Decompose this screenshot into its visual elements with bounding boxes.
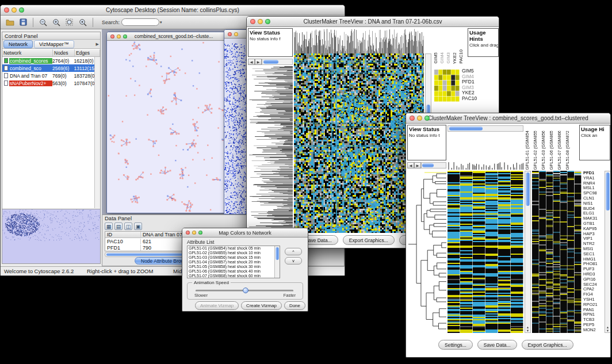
minimize-button[interactable]: [234, 32, 238, 36]
network-overview-thumbnail[interactable]: [2, 209, 100, 263]
main-titlebar[interactable]: Cytoscape Desktop (Session Name: collins…: [1, 5, 345, 16]
network-list-item[interactable]: sNAPuberNov2+ 563(0) 107847(0): [2, 79, 100, 87]
array-column-label[interactable]: YKE2: [452, 52, 458, 64]
array-column-label[interactable]: GIM5: [433, 52, 439, 64]
search-input[interactable]: [121, 18, 159, 26]
zoom-in-icon[interactable]: [51, 17, 62, 28]
scroll-left-icon[interactable]: ◀: [248, 59, 255, 65]
network-list-item[interactable]: DNA and Tran 07 769(0) 183728(0): [2, 72, 100, 79]
attribute-listbox[interactable]: GPL51-01 (GSM854) heat shock 05 minGPL51…: [187, 246, 280, 278]
array-column-label[interactable]: GPL51-06 (GSM865: [549, 131, 557, 170]
row-dendrogram-canvas[interactable]: [248, 66, 293, 233]
array-column-label[interactable]: GPL51-03 (GSM856: [541, 131, 549, 170]
save-session-icon[interactable]: [17, 17, 29, 28]
array-column-label[interactable]: GIM4: [439, 52, 446, 64]
scroll-track[interactable]: [421, 162, 446, 168]
heatmap-canvas[interactable]: [294, 53, 424, 233]
maximize-button[interactable]: [123, 35, 127, 39]
selection-heatmap-canvas[interactable]: [434, 70, 460, 102]
scroll-track[interactable]: [262, 59, 293, 65]
scroll-right-icon[interactable]: ▶: [414, 162, 421, 168]
attribute-option[interactable]: GPL51-04 (GSM857) heat shock 20 min: [188, 260, 280, 265]
scroll-track[interactable]: [447, 125, 523, 132]
minimize-button[interactable]: [12, 7, 17, 13]
dialog-titlebar[interactable]: Map Colors to Network: [182, 228, 308, 237]
scroll-right-icon[interactable]: ▶: [255, 59, 262, 65]
network-list-item[interactable]: combined_scores 2764(0) 16218(0): [2, 57, 100, 64]
genelist-vscrollbar[interactable]: ▲▼: [605, 171, 611, 333]
attribute-tool-icon[interactable]: ◫: [124, 223, 132, 230]
close-button[interactable]: [110, 35, 114, 39]
close-button[interactable]: [4, 7, 9, 13]
maximize-button[interactable]: [265, 19, 270, 24]
secondary-heatmap-canvas[interactable]: [532, 171, 582, 333]
scroll-thumb[interactable]: [526, 173, 530, 206]
list-scrollbar[interactable]: [274, 246, 280, 278]
array-column-label[interactable]: GPL51-02 (GSM855: [533, 131, 541, 170]
maximize-button[interactable]: [198, 231, 202, 235]
heatmap-canvas[interactable]: [447, 171, 523, 333]
minimize-button[interactable]: [117, 35, 121, 39]
attribute-option[interactable]: GPL51-03 (GSM856) heat shock 15 min: [188, 255, 280, 260]
zoom-selected-icon[interactable]: [77, 17, 89, 28]
array-column-label[interactable]: PAC10: [458, 49, 465, 64]
column-dendrogram-canvas[interactable]: [447, 162, 523, 170]
scroll-thumb[interactable]: [263, 60, 278, 64]
scroll-thumb[interactable]: [606, 173, 610, 210]
zoom-fit-icon[interactable]: [64, 17, 75, 28]
dialog-action-button[interactable]: Create Vizmap: [241, 301, 282, 310]
close-button[interactable]: [250, 19, 255, 24]
treeview-action-button[interactable]: Settings...: [438, 340, 473, 350]
heatmap-vscrollbar[interactable]: ▲▼: [525, 171, 531, 333]
attribute-option[interactable]: GPL51-01 (GSM854) heat shock 05 min: [188, 246, 280, 251]
move-up-button[interactable]: ^: [285, 248, 302, 255]
gene-label[interactable]: PAC10: [462, 96, 498, 102]
column-header[interactable]: Edges: [75, 49, 100, 56]
maximize-button[interactable]: [424, 116, 430, 121]
close-button[interactable]: [228, 32, 232, 36]
column-header[interactable]: ID: [105, 232, 141, 237]
attribute-option[interactable]: GPL51-05 (GSM858) heat shock 30 min: [188, 265, 280, 269]
scroll-thumb[interactable]: [276, 247, 279, 260]
gene-label[interactable]: MON2: [583, 328, 604, 333]
dialog-action-button[interactable]: Animate Vizmap: [195, 301, 239, 310]
chevron-down-icon[interactable]: ▾: [160, 20, 162, 25]
minimize-button[interactable]: [417, 116, 422, 121]
scroll-arrows[interactable]: ▲▼: [605, 325, 610, 332]
network-graph-canvas[interactable]: [107, 41, 240, 213]
scroll-arrows[interactable]: ▲▼: [525, 325, 530, 332]
scroll-thumb[interactable]: [422, 163, 434, 167]
animation-speed-slider[interactable]: [196, 290, 293, 292]
treeview-action-button[interactable]: Export Graphics...: [343, 235, 395, 245]
column-header[interactable]: Network: [2, 49, 53, 56]
attribute-tool-icon[interactable]: ▣: [134, 223, 142, 230]
tab-vizmapper[interactable]: VizMapper™: [34, 40, 74, 48]
network-list-item[interactable]: combined_sco 2569(6) 13112(15): [2, 64, 100, 72]
attribute-tool-icon[interactable]: ▦: [105, 223, 113, 230]
minimize-button[interactable]: [192, 231, 196, 235]
treeview-dna-titlebar[interactable]: ClusterMaker TreeView : DNA and Tran 07-…: [247, 17, 499, 27]
treeview-combined-titlebar[interactable]: ClusterMaker TreeView : combined_scores_…: [406, 113, 610, 124]
column-header[interactable]: Nodes: [53, 49, 75, 56]
array-column-label[interactable]: GPL51-08 (GSM872: [565, 131, 573, 170]
array-column-label[interactable]: GPL51-01 (GSM854: [525, 131, 533, 170]
tab-overflow-arrow[interactable]: ▶: [96, 42, 99, 47]
minimize-button[interactable]: [258, 19, 263, 24]
close-button[interactable]: [186, 231, 190, 235]
attribute-option[interactable]: GPL51-07 (GSM868) heat shock 60 min: [188, 274, 280, 278]
treeview-action-button[interactable]: Save Data...: [477, 340, 517, 350]
network-view-titlebar[interactable]: combined_scores_good.txt--cluste...: [107, 32, 240, 41]
column-dendrogram-canvas[interactable]: [294, 28, 424, 53]
row-dendrogram-canvas[interactable]: [407, 171, 446, 333]
dialog-action-button[interactable]: Done: [284, 301, 305, 310]
open-session-icon[interactable]: [4, 17, 16, 28]
maximize-button[interactable]: [19, 7, 24, 13]
move-down-button[interactable]: v: [285, 257, 302, 265]
attribute-option[interactable]: GPL51-02 (GSM855) heat shock 10 min: [188, 251, 280, 255]
array-column-label[interactable]: GIM3: [446, 52, 452, 64]
attribute-tool-icon[interactable]: ▤: [114, 223, 123, 230]
zoom-out-icon[interactable]: [37, 17, 49, 28]
scroll-left-icon[interactable]: ◀: [407, 162, 414, 168]
close-button[interactable]: [410, 116, 415, 121]
network-table-scrollbar[interactable]: [94, 57, 100, 208]
